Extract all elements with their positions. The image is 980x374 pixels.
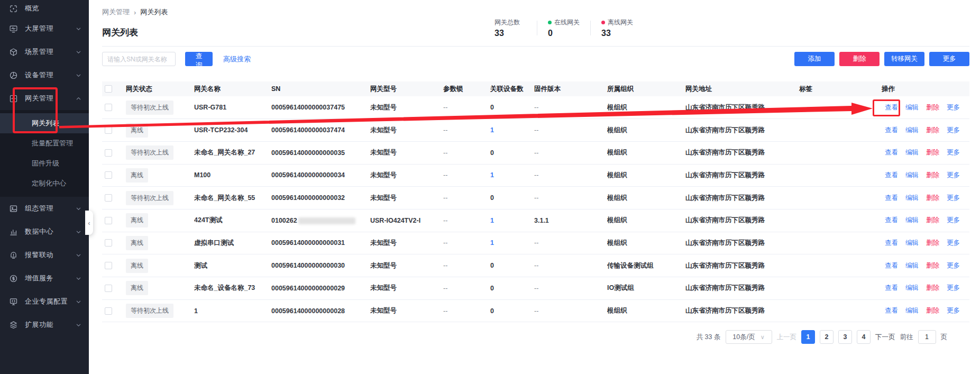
view-link[interactable]: 查看 (885, 103, 898, 112)
delete-link[interactable]: 删除 (926, 103, 939, 112)
edit-link[interactable]: 编辑 (905, 239, 919, 248)
more-link[interactable]: 更多 (947, 216, 960, 225)
goto-page-input[interactable] (918, 330, 936, 344)
breadcrumb-current: 网关列表 (140, 7, 168, 17)
device-count-link[interactable]: 1 (490, 217, 494, 224)
view-link[interactable]: 查看 (885, 194, 898, 203)
more-link[interactable]: 更多 (947, 239, 960, 248)
device-count-link[interactable]: 1 (490, 171, 494, 179)
sidebar-item-screen[interactable]: 大屏管理 (0, 17, 89, 40)
delete-link[interactable]: 删除 (926, 239, 939, 248)
delete-link[interactable]: 删除 (926, 148, 939, 157)
edit-link[interactable]: 编辑 (905, 103, 919, 112)
more-button[interactable]: 更多 (929, 52, 969, 66)
sidebar-item-gateway[interactable]: 网关管理 (0, 87, 89, 110)
page-number-button[interactable]: 2 (820, 330, 834, 344)
more-link[interactable]: 更多 (947, 148, 960, 157)
sn-cell: 00059614000000000032 (271, 187, 370, 209)
sidebar-item-enterprise[interactable]: 企业专属配置 (0, 290, 89, 313)
address-cell: 山东省济南市历下区颖秀路 (685, 209, 799, 232)
row-checkbox[interactable] (105, 262, 112, 269)
more-link[interactable]: 更多 (947, 126, 960, 135)
more-link[interactable]: 更多 (947, 306, 960, 315)
page-number-button[interactable]: 4 (857, 330, 871, 344)
delete-link[interactable]: 删除 (926, 261, 939, 270)
sidebar-subitem[interactable]: 网关列表 (0, 113, 89, 133)
advanced-search-link[interactable]: 高级搜索 (223, 54, 251, 64)
view-link[interactable]: 查看 (885, 261, 898, 270)
view-link[interactable]: 查看 (885, 171, 898, 180)
page-number-button[interactable]: 1 (801, 330, 815, 344)
more-link[interactable]: 更多 (947, 194, 960, 203)
sidebar-item-label: 组态管理 (25, 204, 76, 213)
sidebar-item-data[interactable]: 数据中心 (0, 220, 89, 243)
devices-cell: 0 (490, 277, 534, 300)
delete-link[interactable]: 删除 (926, 171, 939, 180)
edit-link[interactable]: 编辑 (905, 261, 919, 270)
view-link[interactable]: 查看 (885, 148, 898, 157)
ops-cell: 查看编辑删除更多 (882, 232, 969, 254)
sidebar-item-alarm[interactable]: 报警联动 (0, 243, 89, 267)
view-link[interactable]: 查看 (885, 306, 898, 315)
row-checkbox[interactable] (105, 194, 112, 202)
view-link[interactable]: 查看 (885, 216, 898, 225)
edit-link[interactable]: 编辑 (905, 148, 919, 157)
row-checkbox[interactable] (105, 307, 112, 315)
more-link[interactable]: 更多 (947, 284, 960, 293)
chevron-down-icon (76, 252, 81, 258)
search-input[interactable] (102, 52, 176, 66)
select-all-checkbox[interactable] (105, 85, 112, 93)
transfer-button[interactable]: 转移网关 (884, 52, 924, 66)
sidebar-subitem[interactable]: 固件升级 (0, 153, 89, 174)
edit-link[interactable]: 编辑 (905, 194, 919, 203)
row-checkbox[interactable] (105, 217, 112, 224)
address-cell: 山东省济南市历下区颖秀路 (685, 119, 799, 142)
more-link[interactable]: 更多 (947, 103, 960, 112)
sidebar-item-overview[interactable]: 概览 (0, 0, 89, 17)
delete-link[interactable]: 删除 (926, 126, 939, 135)
edit-link[interactable]: 编辑 (905, 306, 919, 315)
overview-icon (8, 4, 18, 13)
delete-link[interactable]: 删除 (926, 216, 939, 225)
edit-link[interactable]: 编辑 (905, 171, 919, 180)
sidebar-item-config[interactable]: 组态管理 (0, 197, 89, 220)
tag-cell (799, 254, 882, 277)
sn-cell: 00059614000000037475 (271, 96, 370, 119)
prev-page-button[interactable]: 上一页 (777, 333, 797, 342)
more-link[interactable]: 更多 (947, 261, 960, 270)
next-page-button[interactable]: 下一页 (875, 333, 895, 342)
edit-link[interactable]: 编辑 (905, 126, 919, 135)
add-button[interactable]: 添加 (794, 52, 835, 66)
more-link[interactable]: 更多 (947, 171, 960, 180)
edit-link[interactable]: 编辑 (905, 284, 919, 293)
sidebar-item-extension[interactable]: 扩展功能 (0, 313, 89, 336)
row-checkbox[interactable] (105, 285, 112, 292)
row-checkbox[interactable] (105, 149, 112, 157)
row-checkbox[interactable] (105, 171, 112, 179)
sidebar-subitem[interactable]: 定制化中心 (0, 174, 89, 194)
delete-link[interactable]: 删除 (926, 306, 939, 315)
sidebar-item-value[interactable]: 增值服务 (0, 267, 89, 290)
edit-link[interactable]: 编辑 (905, 216, 919, 225)
sidebar-item-scene[interactable]: 场景管理 (0, 40, 89, 63)
view-link[interactable]: 查看 (885, 126, 898, 135)
row-checkbox[interactable] (105, 239, 112, 247)
row-checkbox[interactable] (105, 104, 112, 111)
sidebar-collapse-button[interactable]: ‹ (85, 211, 93, 235)
view-link[interactable]: 查看 (885, 284, 898, 293)
query-button[interactable]: 查询 (185, 52, 213, 66)
delete-button[interactable]: 删除 (839, 52, 880, 66)
delete-link[interactable]: 删除 (926, 194, 939, 203)
device-count-link[interactable]: 1 (490, 239, 494, 247)
stat-item: 离线网关33 (601, 18, 633, 38)
sidebar-item-device[interactable]: 设备管理 (0, 63, 89, 87)
sidebar-subitem[interactable]: 批量配置管理 (0, 133, 89, 153)
breadcrumb-parent[interactable]: 网关管理 (102, 7, 130, 17)
page-size-select[interactable]: 10条/页 ∨ (726, 330, 772, 344)
view-link[interactable]: 查看 (885, 239, 898, 248)
device-count-link[interactable]: 1 (490, 126, 494, 134)
delete-link[interactable]: 删除 (926, 284, 939, 293)
enterprise-icon (8, 297, 18, 306)
page-number-button[interactable]: 3 (838, 330, 852, 344)
row-checkbox[interactable] (105, 126, 112, 134)
